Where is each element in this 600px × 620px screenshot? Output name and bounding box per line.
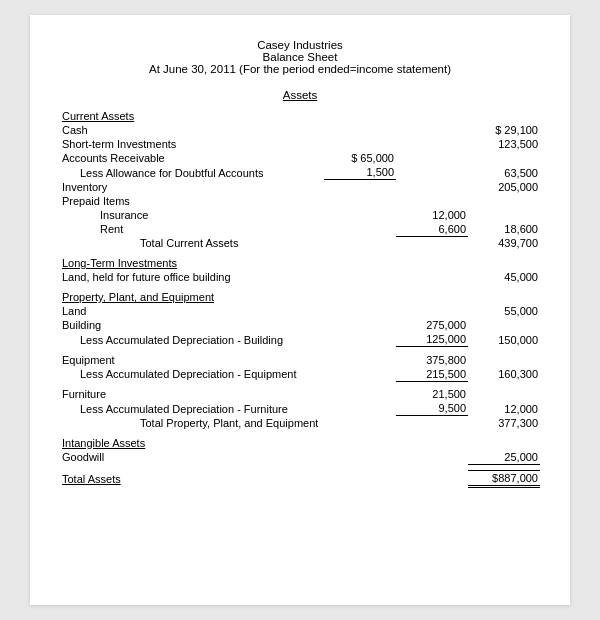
total-ppe-row: Total Property, Plant, and Equipment 377… — [60, 416, 540, 430]
prepaid-items-row: Prepaid Items — [60, 194, 540, 208]
allowance-doubtful-row: Less Allowance for Doubtful Accounts 1,5… — [60, 165, 540, 180]
building-row: Building 275,000 — [60, 318, 540, 332]
rent-row: Rent 6,600 18,600 — [60, 222, 540, 237]
ppe-label: Property, Plant, and Equipment — [60, 290, 540, 304]
header: Casey Industries Balance Sheet At June 3… — [60, 39, 540, 75]
company-name: Casey Industries — [60, 39, 540, 51]
accounts-receivable-row: Accounts Receivable $ 65,000 — [60, 151, 540, 165]
short-term-investments-row: Short-term Investments 123,500 — [60, 137, 540, 151]
inventory-row: Inventory 205,000 — [60, 180, 540, 194]
equipment-row: Equipment 375,800 — [60, 353, 540, 367]
total-current-assets-row: Total Current Assets 439,700 — [60, 236, 540, 250]
land-row: Land 55,000 — [60, 304, 540, 318]
furniture-row: Furniture 21,500 — [60, 387, 540, 401]
land-future-row: Land, held for future office building 45… — [60, 270, 540, 284]
long-term-investments-label: Long-Term Investments — [60, 256, 540, 270]
insurance-row: Insurance 12,000 — [60, 208, 540, 222]
assets-heading: Assets — [60, 89, 540, 101]
cash-row: Cash $ 29,100 — [60, 123, 540, 137]
less-accum-furniture-row: Less Accumulated Depreciation - Furnitur… — [60, 401, 540, 416]
intangible-assets-label: Intangible Assets — [60, 436, 540, 450]
balance-sheet-page: Casey Industries Balance Sheet At June 3… — [30, 15, 570, 605]
sheet-subtitle: At June 30, 2011 (For the period ended=i… — [60, 63, 540, 75]
balance-sheet-table: Current Assets Cash $ 29,100 Short-term … — [60, 109, 540, 488]
less-accum-building-row: Less Accumulated Depreciation - Building… — [60, 332, 540, 347]
sheet-title: Balance Sheet — [60, 51, 540, 63]
current-assets-label: Current Assets — [60, 109, 540, 123]
goodwill-row: Goodwill 25,000 — [60, 450, 540, 465]
less-accum-equipment-row: Less Accumulated Depreciation - Equipmen… — [60, 367, 540, 382]
total-assets-row: Total Assets $887,000 — [60, 470, 540, 486]
